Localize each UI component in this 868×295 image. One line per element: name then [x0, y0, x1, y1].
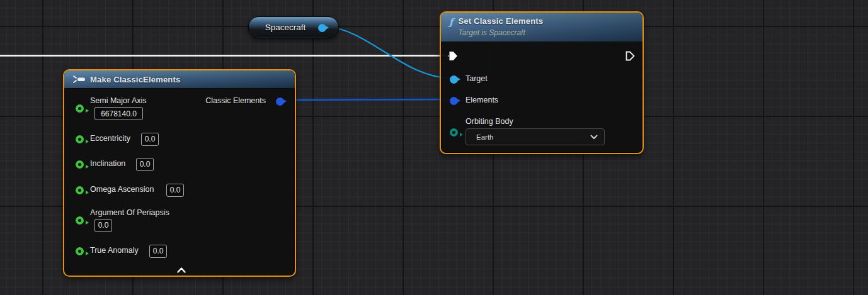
inclination-input[interactable] [136, 158, 154, 171]
orbiting-body-dropdown-value: Earth [476, 133, 494, 141]
orbiting-body-pin-label: Orbiting Body [465, 117, 513, 126]
classic-elements-output-pin[interactable] [276, 97, 284, 106]
target-input-pin[interactable] [450, 75, 458, 84]
node-spacecraft-getter[interactable]: Spacecraft [248, 16, 339, 38]
elements-pin-label: Elements [465, 96, 498, 104]
node-set-classic-elements[interactable]: ƒ Set Classic Elements Target is Spacecr… [440, 11, 644, 154]
semi-major-axis-label: Semi Major Axis [90, 96, 147, 105]
make-node-title: Make ClassicElements [90, 75, 180, 84]
semi-major-axis-input[interactable] [94, 107, 143, 120]
true-anomaly-label: True Anomaly [90, 246, 139, 255]
argument-of-periapsis-pin[interactable] [76, 216, 84, 225]
true-anomaly-input[interactable] [149, 245, 167, 258]
omega-ascension-pin[interactable] [76, 186, 84, 194]
set-node-header[interactable]: ƒ Set Classic Elements Target is Spacecr… [441, 13, 642, 42]
set-node-subtitle: Target is Spacecraft [458, 28, 525, 37]
elements-input-pin[interactable] [450, 97, 458, 105]
chevron-down-icon [590, 135, 598, 140]
omega-ascension-input[interactable] [166, 184, 184, 197]
spacecraft-target-wire [326, 27, 450, 78]
argument-of-periapsis-input[interactable] [94, 219, 112, 232]
orbiting-body-input-pin[interactable] [450, 128, 458, 136]
node-make-classic-elements[interactable]: Make ClassicElements Semi Major Axis Ecc… [63, 69, 296, 277]
make-struct-icon [72, 75, 86, 84]
blueprint-graph-canvas[interactable]: Spacecraft ƒ Set Classic Elements Target… [0, 0, 868, 295]
classic-elements-output-label: Classic Elements [205, 96, 266, 105]
target-pin-label: Target [465, 74, 488, 83]
make-node-header[interactable]: Make ClassicElements [64, 70, 295, 89]
orbiting-body-dropdown[interactable]: Earth [465, 128, 605, 145]
node-spacecraft-title: Spacecraft [249, 17, 322, 38]
semi-major-axis-pin[interactable] [76, 104, 84, 113]
inclination-label: Inclination [90, 159, 125, 168]
collapse-chevron-icon [177, 267, 186, 273]
eccentricity-input[interactable] [141, 133, 159, 146]
exec-output-pin[interactable] [625, 51, 635, 61]
inclination-pin[interactable] [76, 160, 84, 169]
collapse-advanced-button[interactable] [175, 265, 188, 274]
eccentricity-pin[interactable] [76, 135, 84, 143]
set-node-title: Set Classic Elements [458, 16, 543, 26]
spacecraft-output-pin[interactable] [318, 24, 326, 32]
true-anomaly-pin[interactable] [76, 247, 84, 255]
argument-of-periapsis-label: Argument Of Periapsis [90, 208, 169, 217]
elements-wire [283, 99, 450, 100]
exec-input-pin[interactable] [448, 51, 458, 61]
function-icon: ƒ [449, 16, 453, 28]
eccentricity-label: Eccentricity [90, 134, 130, 143]
omega-ascension-label: Omega Ascension [90, 185, 154, 194]
